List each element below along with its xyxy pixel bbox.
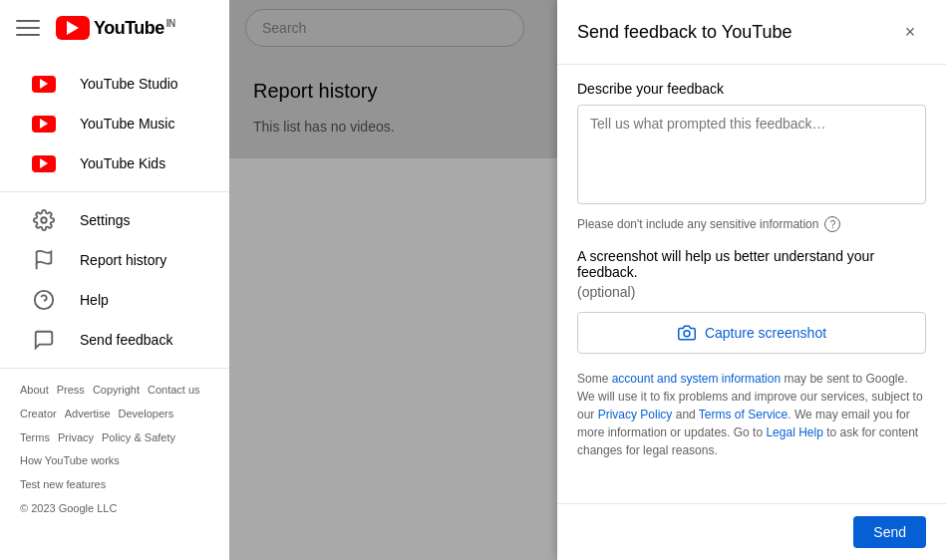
youtube-logo[interactable]: YouTubeIN — [56, 16, 175, 40]
feedback-icon — [32, 328, 56, 352]
legal-link-terms[interactable]: Terms of Service — [699, 408, 788, 421]
screenshot-title: A screenshot will help us better underst… — [577, 248, 926, 280]
sidebar-label-help: Help — [80, 292, 109, 308]
capture-screenshot-button[interactable]: Capture screenshot — [577, 312, 926, 354]
sensitive-info-text: Please don't include any sensitive infor… — [577, 217, 818, 231]
sidebar-nav-section: Settings Report history Help — [0, 192, 229, 369]
footer-how-youtube-works[interactable]: How YouTube works — [20, 451, 120, 471]
sidebar: YouTubeIN YouTube Studio YouTube Music Y… — [0, 0, 229, 560]
footer-developers[interactable]: Developers — [119, 405, 174, 424]
yt-logo-country: IN — [166, 18, 175, 29]
sidebar-item-report-history[interactable]: Report history — [8, 240, 221, 280]
camera-icon — [677, 323, 697, 343]
flag-icon — [32, 248, 56, 272]
svg-point-4 — [684, 331, 690, 337]
legal-text: Some account and system information may … — [577, 370, 926, 459]
feedback-textarea[interactable] — [577, 105, 926, 204]
settings-icon — [32, 208, 56, 232]
sidebar-item-settings[interactable]: Settings — [8, 200, 221, 240]
send-button[interactable]: Send — [853, 516, 926, 548]
feedback-label: Describe your feedback — [577, 81, 926, 97]
sidebar-item-send-feedback[interactable]: Send feedback — [8, 320, 221, 360]
screenshot-optional: (optional) — [577, 284, 926, 300]
modal-footer: Send — [557, 503, 946, 560]
youtube-studio-icon — [32, 72, 56, 96]
hamburger-menu-icon[interactable] — [16, 16, 40, 40]
youtube-music-icon — [32, 112, 56, 136]
yt-logo-icon — [56, 16, 90, 40]
footer-test-features[interactable]: Test new features — [20, 475, 106, 495]
modal-header: Send feedback to YouTube × — [557, 0, 946, 65]
sidebar-label-youtube-kids: YouTube Kids — [80, 155, 165, 171]
sidebar-label-settings: Settings — [80, 212, 131, 228]
footer-links-1: About Press Copyright Contact us Creator… — [20, 381, 209, 424]
sensitive-info-help-icon[interactable]: ? — [824, 216, 840, 232]
footer-links-2: Terms Privacy Policy & Safety How YouTub… — [20, 428, 209, 495]
modal-body: Describe your feedback Please don't incl… — [557, 65, 946, 503]
sidebar-item-youtube-studio[interactable]: YouTube Studio — [8, 64, 221, 104]
sidebar-brand-section: YouTube Studio YouTube Music YouTube Kid… — [0, 56, 229, 192]
sensitive-info: Please don't include any sensitive infor… — [577, 216, 926, 232]
sidebar-label-report-history: Report history — [80, 252, 166, 268]
help-icon — [32, 288, 56, 312]
sidebar-item-youtube-kids[interactable]: YouTube Kids — [8, 143, 221, 183]
sidebar-header: YouTubeIN — [0, 0, 229, 56]
svg-point-0 — [41, 217, 47, 223]
sidebar-footer: About Press Copyright Contact us Creator… — [0, 369, 229, 531]
footer-policy-safety[interactable]: Policy & Safety — [102, 428, 175, 448]
close-icon: × — [905, 22, 916, 43]
footer-privacy[interactable]: Privacy — [58, 428, 94, 448]
legal-text-before: Some — [577, 372, 612, 386]
modal-close-button[interactable]: × — [894, 16, 926, 48]
sidebar-label-youtube-music: YouTube Music — [80, 116, 174, 132]
sidebar-label-send-feedback: Send feedback — [80, 332, 172, 348]
legal-link-privacy-policy[interactable]: Privacy Policy — [598, 408, 673, 421]
sidebar-item-help[interactable]: Help — [8, 280, 221, 320]
content-area: Search Report history This list has no v… — [229, 0, 946, 560]
feedback-modal: Send feedback to YouTube × Describe your… — [557, 0, 946, 560]
footer-press[interactable]: Press — [57, 381, 85, 401]
footer-copyright[interactable]: Copyright — [93, 381, 140, 401]
footer-contact[interactable]: Contact us — [148, 381, 200, 401]
footer-creator[interactable]: Creator — [20, 405, 57, 424]
capture-screenshot-label: Capture screenshot — [705, 325, 826, 341]
footer-about[interactable]: About — [20, 381, 49, 401]
yt-logo-text: YouTubeIN — [94, 18, 175, 39]
sidebar-label-youtube-studio: YouTube Studio — [80, 76, 178, 92]
modal-title: Send feedback to YouTube — [577, 22, 792, 43]
legal-text-mid2: and — [672, 408, 698, 421]
legal-link-legal-help[interactable]: Legal Help — [766, 425, 822, 439]
sidebar-item-youtube-music[interactable]: YouTube Music — [8, 104, 221, 143]
footer-advertise[interactable]: Advertise — [65, 405, 111, 424]
footer-copyright-text: © 2023 Google LLC — [20, 499, 209, 519]
youtube-kids-icon — [32, 151, 56, 175]
footer-terms[interactable]: Terms — [20, 428, 50, 448]
legal-link-account-info[interactable]: account and system information — [612, 372, 781, 386]
